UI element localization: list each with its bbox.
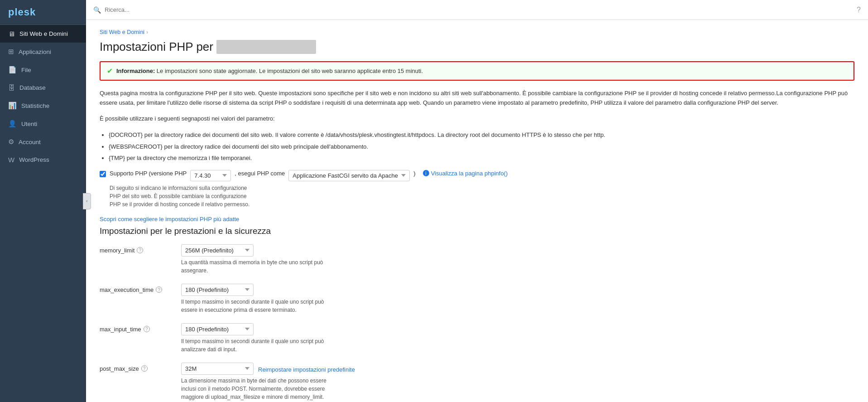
- settings-rows: memory_limit ?256M (Predefinito)128M512M…: [100, 244, 854, 402]
- search-icon: 🔍: [93, 6, 101, 14]
- breadcrumb-siti-web[interactable]: Siti Web e Domini: [100, 29, 144, 35]
- main-description: Questa pagina mostra la configurazione P…: [100, 89, 854, 108]
- success-alert: ✔ Informazione: Le impostazioni sono sta…: [100, 61, 854, 81]
- setting-note-memory_limit: La quantità massima di memoria in byte c…: [181, 258, 335, 275]
- nav-items: 🖥 Siti Web e Domini⊞ Applicazioni📄 File🗄…: [0, 25, 86, 169]
- setting-label-memory_limit: memory_limit ?: [100, 244, 181, 254]
- breadcrumb: Siti Web e Domini ›: [100, 29, 854, 35]
- sidebar-item-wordpress[interactable]: W WordPress: [0, 151, 86, 169]
- param-list: {DOCROOT} per la directory radice dei do…: [109, 130, 854, 163]
- php-run-as-label: , esegui PHP come: [235, 170, 285, 177]
- main-area: 🔍 ? Siti Web e Domini › Impostazioni PHP…: [86, 0, 868, 402]
- topbar: 🔍 ?: [86, 0, 868, 20]
- file-icon: 📄: [8, 66, 17, 74]
- account-icon: ⚙: [8, 138, 14, 146]
- php-version-select[interactable]: 7.4.308.08.18.2: [190, 170, 231, 181]
- php-support-checkbox[interactable]: [100, 171, 106, 177]
- sidebar-item-database[interactable]: 🗄 Database: [0, 79, 86, 97]
- params-label: È possibile utilizzare i seguenti segnap…: [100, 114, 854, 124]
- setting-label-max_execution_time: max_execution_time ?: [100, 284, 181, 293]
- list-item: {TMP} per la directory che memorizza i f…: [109, 153, 854, 163]
- phpinfo-link[interactable]: Visualizza la pagina phpinfo(): [431, 170, 508, 177]
- setting-label-post_max_size: post_max_size ?: [100, 363, 181, 372]
- phpinfo-info-icon: i: [423, 170, 429, 176]
- setting-control-max_input_time: 180 (Predefinito)3060300Il tempo massimo…: [181, 323, 335, 354]
- setting-select-max_execution_time[interactable]: 180 (Predefinito)3060300: [181, 284, 254, 296]
- logo: plesk: [0, 0, 86, 25]
- sidebar-item-utenti[interactable]: 👤 Utenti: [0, 115, 86, 133]
- setting-name-memory_limit: memory_limit: [100, 247, 134, 254]
- setting-control-max_execution_time: 180 (Predefinito)3060300Il tempo massimo…: [181, 284, 335, 314]
- setting-name-max_execution_time: max_execution_time: [100, 286, 153, 293]
- check-icon: ✔: [107, 67, 113, 75]
- setting-row-post_max_size: post_max_size ?32M8M64M128MReimpostare i…: [100, 363, 854, 401]
- php-support-row: Supporto PHP (versione PHP 7.4.308.08.18…: [100, 170, 854, 181]
- best-settings-link[interactable]: Scopri come scegliere le impostazioni PH…: [100, 216, 854, 223]
- sidebar-item-label-file: File: [21, 67, 31, 73]
- setting-select-memory_limit[interactable]: 256M (Predefinito)128M512M1G: [181, 244, 254, 257]
- sidebar-item-label-database: Database: [19, 84, 46, 91]
- setting-name-max_input_time: max_input_time: [100, 326, 141, 333]
- alert-label: Informazione:: [116, 68, 155, 74]
- page-title: Impostazioni PHP per: [100, 40, 854, 54]
- setting-label-max_input_time: max_input_time ?: [100, 323, 181, 333]
- statistiche-icon: 📊: [8, 102, 17, 110]
- utenti-icon: 👤: [8, 120, 17, 128]
- sidebar-item-siti-web[interactable]: 🖥 Siti Web e Domini: [0, 25, 86, 43]
- sidebar-item-label-wordpress: WordPress: [19, 156, 49, 163]
- sidebar-item-file[interactable]: 📄 File: [0, 61, 86, 79]
- setting-control-post_max_size: 32M8M64M128MReimpostare impostazioni pre…: [181, 363, 355, 401]
- sidebar-item-label-utenti: Utenti: [21, 121, 37, 127]
- help-icon-max_execution_time[interactable]: ?: [156, 286, 162, 293]
- setting-name-post_max_size: post_max_size: [100, 365, 139, 372]
- php-run-as-select[interactable]: Applicazione FastCGI servito da Apachemo…: [288, 170, 410, 181]
- help-icon[interactable]: ?: [857, 6, 861, 14]
- reset-link-post_max_size[interactable]: Reimpostare impostazioni predefinite: [258, 364, 355, 373]
- setting-note-post_max_size: La dimensione massima in byte dei dati c…: [181, 377, 335, 401]
- setting-row-max_input_time: max_input_time ?180 (Predefinito)3060300…: [100, 323, 854, 354]
- sidebar-item-statistiche[interactable]: 📊 Statistiche: [0, 97, 86, 115]
- breadcrumb-sep: ›: [146, 29, 148, 35]
- list-item: {DOCROOT} per la directory radice dei do…: [109, 130, 854, 140]
- sidebar-collapse-button[interactable]: ‹: [83, 193, 91, 209]
- alert-message: Le impostazioni sono state aggiornate. L…: [157, 68, 423, 74]
- help-icon-max_input_time[interactable]: ?: [144, 326, 150, 332]
- help-icon-post_max_size[interactable]: ?: [141, 365, 148, 372]
- setting-select-max_input_time[interactable]: 180 (Predefinito)3060300: [181, 323, 254, 335]
- sidebar-item-account[interactable]: ⚙ Account: [0, 133, 86, 151]
- setting-row-memory_limit: memory_limit ?256M (Predefinito)128M512M…: [100, 244, 854, 275]
- setting-note-max_execution_time: Il tempo massimo in secondi durante il q…: [181, 298, 335, 314]
- sidebar: plesk 🖥 Siti Web e Domini⊞ Applicazioni📄…: [0, 0, 86, 402]
- sidebar-item-label-siti-web: Siti Web e Domini: [19, 30, 68, 37]
- performance-section-heading: Impostazioni per le prestazioni e la sic…: [100, 226, 854, 236]
- page-title-blurred: [216, 40, 316, 54]
- setting-select-post_max_size[interactable]: 32M8M64M128M: [181, 363, 254, 375]
- sidebar-item-label-statistiche: Statistiche: [21, 102, 49, 109]
- php-note: Di seguito si indicano le informazioni s…: [110, 184, 254, 208]
- php-checkbox-label: Supporto PHP (versione PHP: [110, 170, 187, 177]
- wordpress-icon: W: [8, 156, 14, 164]
- sidebar-item-label-account: Account: [19, 139, 41, 145]
- help-icon-memory_limit[interactable]: ?: [137, 247, 143, 253]
- setting-row-max_execution_time: max_execution_time ?180 (Predefinito)306…: [100, 284, 854, 314]
- php-close-paren: ): [413, 170, 415, 177]
- sidebar-item-label-applicazioni: Applicazioni: [19, 48, 51, 55]
- setting-note-max_input_time: Il tempo massimo in secondi durante il q…: [181, 337, 335, 354]
- setting-control-memory_limit: 256M (Predefinito)128M512M1GLa quantità …: [181, 244, 335, 275]
- list-item: {WEBSPACEROOT} per la directory radice d…: [109, 141, 854, 152]
- search-input[interactable]: [105, 6, 853, 13]
- content-area: Siti Web e Domini › Impostazioni PHP per…: [86, 20, 868, 402]
- database-icon: 🗄: [8, 84, 15, 92]
- siti-web-icon: 🖥: [8, 30, 15, 38]
- applicazioni-icon: ⊞: [8, 48, 14, 56]
- sidebar-item-applicazioni[interactable]: ⊞ Applicazioni: [0, 43, 86, 61]
